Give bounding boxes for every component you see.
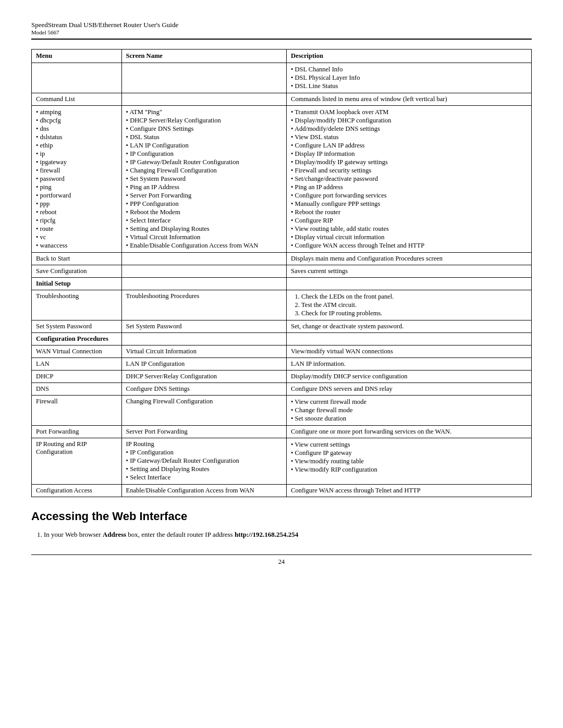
desc-cell: View current firewall mode Change firewa… [287,396,532,426]
menu-cell: Configuration Procedures [32,333,122,346]
list-item: Setting and Displaying Routes [126,465,282,473]
desc-numbered-list: Check the LEDs on the front panel. Test … [291,293,527,317]
list-item: Ping an IP address [291,183,527,191]
bold-url: http://192.168.254.254 [235,530,298,538]
menu-cell: Firewall [32,396,122,426]
menu-cell: DHCP [32,371,122,383]
list-item: Select Interface [126,474,282,482]
list-item: Set/change/deactivate password [291,175,527,183]
menu-cell: Set System Password [32,320,122,333]
table-row: Troubleshooting Troubleshooting Procedur… [32,290,532,320]
list-item: IP Configuration [126,449,282,456]
table-row: Command List Commands listed in menu are… [32,93,532,106]
list-item: ATM "Ping" [126,108,282,116]
list-item: Configure WAN access through Telnet and … [291,242,527,250]
menu-cell: LAN [32,358,122,371]
page: SpeedStream Dual USB/Ethernet Router Use… [0,0,563,728]
list-item: DSL Physical Layer Info [291,74,527,82]
document-title: SpeedStream Dual USB/Ethernet Router Use… [31,21,532,29]
table-row: IP Routing and RIPConfiguration IP Routi… [32,438,532,485]
list-item: Check for IP routing problems. [301,310,527,317]
list-item: Configure LAN IP address [291,142,527,150]
col-screen-name: Screen Name [121,50,286,63]
list-item: Enable/Disable Configuration Access from… [126,242,282,250]
table-row: Port Forwarding Server Port Forwarding C… [32,426,532,438]
list-item: Configure IP gateway [291,449,527,457]
desc-cell [287,333,532,346]
menu-cell: Configuration Access [32,485,122,497]
page-footer: 24 [31,554,532,566]
list-item: DSL Status [126,133,282,141]
list-item: Ping an IP Address [126,183,282,191]
col-description: Description [287,50,532,63]
list-item: View routing table, add static routes [291,225,527,233]
screen-list: IP Configuration IP Gateway/Default Rout… [126,449,282,482]
list-item: ipgateway [36,158,117,166]
screen-cell: LAN IP Configuration [121,358,286,371]
table-row: Save Configuration Saves current setting… [32,265,532,278]
screen-cell [121,63,286,93]
list-item: Check the LEDs on the front panel. [301,293,527,301]
desc-list: View current settings Configure IP gatew… [291,441,527,474]
table-row: DNS Configure DNS Settings Configure DNS… [32,383,532,396]
table-row: LAN LAN IP Configuration LAN IP informat… [32,358,532,371]
screen-cell: Set System Password [121,320,286,333]
menu-cell: Port Forwarding [32,426,122,438]
screen-cell [121,93,286,106]
menu-cell [32,63,122,93]
list-item: password [36,175,117,183]
list-item: View/modify RIP configuration [291,466,527,474]
menu-list: atmping dhcpcfg dns dslstatus ethip ip i… [36,108,117,250]
list-item: View current settings [291,441,527,449]
list-item: Reboot the Modem [126,208,282,216]
document-model: Model 5667 [31,29,532,35]
list-item: ethip [36,142,117,150]
accessing-text: In your Web browser Address box, enter t… [44,530,298,538]
list-item: DSL Line Status [291,82,527,90]
desc-cell: Display/modify DHCP service configuratio… [287,371,532,383]
list-item: dns [36,125,117,133]
list-item: route [36,225,117,233]
screen-cell: DHCP Server/Relay Configuration [121,371,286,383]
list-item: ripcfg [36,217,117,225]
desc-cell: Commands listed in menu area of window (… [287,93,532,106]
list-item: Set System Password [126,175,282,183]
list-item: ping [36,183,117,191]
desc-list: View current firewall mode Change firewa… [291,398,527,423]
list-item: Add/modify/delete DNS settings [291,125,527,133]
list-item: ppp [36,200,117,208]
page-header: SpeedStream Dual USB/Ethernet Router Use… [31,21,532,40]
menu-cell: atmping dhcpcfg dns dslstatus ethip ip i… [32,106,122,253]
table-row: DSL Channel Info DSL Physical Layer Info… [32,63,532,93]
list-item: Test the ATM circuit. [301,301,527,309]
screen-cell: Troubleshooting Procedures [121,290,286,320]
list-item: IP Configuration [126,150,282,158]
table-row: DHCP DHCP Server/Relay Configuration Dis… [32,371,532,383]
list-item: vc [36,233,117,241]
list-item: In your Web browser Address box, enter t… [44,530,532,539]
screen-cell: Configure DNS Settings [121,383,286,396]
desc-cell: Set, change or deactivate system passwor… [287,320,532,333]
list-item: Display virtual circuit information [291,233,527,241]
list-item: LAN IP Configuration [126,142,282,150]
desc-cell: View/modify virtual WAN connections [287,346,532,358]
list-item: Configure port forwarding services [291,192,527,200]
screen-cell [121,265,286,278]
screen-cell: Virtual Circuit Information [121,346,286,358]
menu-cell: Troubleshooting [32,290,122,320]
screen-list: ATM "Ping" DHCP Server/Relay Configurati… [126,108,282,250]
list-item: Changing Firewall Configuration [126,167,282,175]
list-item: View DSL status [291,133,527,141]
list-item: Transmit OAM loopback over ATM [291,108,527,116]
table-row: Initial Setup [32,278,532,290]
table-row: WAN Virtual Connection Virtual Circuit I… [32,346,532,358]
desc-list: Transmit OAM loopback over ATM Display/m… [291,108,527,250]
list-item: wanaccess [36,242,117,250]
desc-cell: Configure one or more port forwarding se… [287,426,532,438]
desc-cell: LAN IP information. [287,358,532,371]
list-item: DSL Channel Info [291,66,527,73]
list-item: ip [36,150,117,158]
list-item: View current firewall mode [291,398,527,406]
main-table: Menu Screen Name Description DSL Channel… [31,49,532,497]
list-item: Change firewall mode [291,406,527,414]
